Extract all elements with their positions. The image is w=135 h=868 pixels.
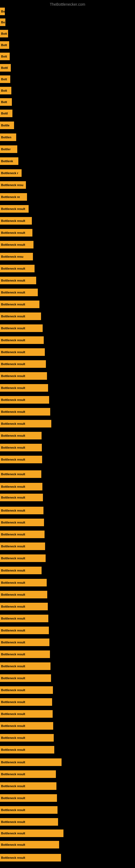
bar-item: Bottleneck result xyxy=(0,615,49,622)
bar-item: Bottleneck result xyxy=(0,241,35,248)
bar-label: Bottleneck result xyxy=(1,374,25,378)
bar-label: Bottleneck result xyxy=(1,231,25,235)
bar-label: Bottleneck result xyxy=(1,219,25,222)
bar-label: Bottleneck result xyxy=(1,773,25,776)
bar-label: Bott xyxy=(1,89,7,92)
bar-label: Bott xyxy=(1,43,7,46)
bar-label: Bott xyxy=(1,100,7,104)
bar-label: Bottleneck r xyxy=(1,172,18,175)
bar-item: Bottleneck result xyxy=(0,794,58,802)
bar-item: Bottleneck result xyxy=(0,360,47,368)
bar-label: Bottleneck result xyxy=(1,339,25,342)
bar-label: Bottleneck result xyxy=(1,593,25,596)
bar-item: Bottleneck result xyxy=(0,396,50,404)
bar-label: Bott xyxy=(1,55,7,58)
bar-label: Bottlenk xyxy=(1,159,13,163)
bar-item: Bottleneck result xyxy=(0,444,43,452)
bar-item: Bottleneck result xyxy=(0,531,46,538)
bar-item: Bottlenk xyxy=(0,157,19,165)
bar-item: Bottleneck result xyxy=(0,542,46,550)
bar-item: Bottleneck result xyxy=(0,420,52,428)
bar-label: Bottleneck result xyxy=(1,521,25,524)
bar-item: Bott xyxy=(0,98,13,106)
bar-item: Bottleneck result xyxy=(0,324,44,332)
bar-item: Bottleneck result xyxy=(0,841,60,848)
bar-label: Bottleneck re xyxy=(1,195,20,198)
bar-item: Bottleneck result xyxy=(0,205,30,213)
bar-label: Bo xyxy=(1,10,5,13)
bar-item: Bottleneck result xyxy=(0,494,44,501)
bar-label: Bottleneck result xyxy=(1,291,25,294)
bar-label: Bottleneck result xyxy=(1,629,25,632)
bar-item: Bottleneck result xyxy=(0,567,43,574)
bar-item: Bott xyxy=(0,87,12,94)
site-title: TheBottlenecker.com xyxy=(0,0,135,8)
bar-label: Bottleneck result xyxy=(1,796,25,800)
bar-label: Bottl xyxy=(1,112,8,115)
bar-label: Bottleneck result xyxy=(1,422,25,425)
bar-label: Bottleneck result xyxy=(1,557,25,560)
bar-label: Bottle xyxy=(1,124,9,127)
bar-item: Bott xyxy=(0,30,9,37)
bar-label: Bottleneck result xyxy=(1,434,25,437)
bar-item: Bott xyxy=(0,75,11,83)
bar-item: Bottleneck result xyxy=(0,818,59,826)
bar-label: Bottleneck result xyxy=(1,267,25,270)
bar-label: Bottleneck result xyxy=(1,327,25,330)
bar-label: Bottleneck result xyxy=(1,856,25,859)
bar-item: Bottleneck result xyxy=(0,591,48,598)
bar-item: Bottl xyxy=(0,64,12,72)
bar-label: Bo xyxy=(1,21,5,24)
bar-label: Bottleneck result xyxy=(1,736,25,739)
bar-item: Bottleneck result xyxy=(0,312,42,320)
bar-item: Bottleneck result xyxy=(0,686,54,694)
bar-item: Bottleneck result xyxy=(0,554,47,562)
bar-item: Bottleneck result xyxy=(0,603,49,610)
bar-label: Bottleneck result xyxy=(1,748,25,751)
bar-item: Bottleneck result xyxy=(0,348,46,356)
bar-label: Bottleneck result xyxy=(1,386,25,390)
bar-label: Bottleneck result xyxy=(1,677,25,680)
bar-item: Bottleneck result xyxy=(0,277,37,284)
bar-item: Bottleneck result xyxy=(0,289,39,296)
bar-item: Bottleneck result xyxy=(0,734,55,742)
bar-label: Bottleneck result xyxy=(1,243,25,246)
bar-label: Bottleneck result xyxy=(1,820,25,824)
bar-item: Bottleneck result xyxy=(0,217,33,225)
bar-label: Bottl xyxy=(1,66,8,69)
bar-label: Bottleneck result xyxy=(1,315,25,318)
bar-label: Bottleneck result xyxy=(1,472,25,476)
bar-item: Bottleneck result xyxy=(0,384,49,392)
bar-item: Bottleneck result xyxy=(0,758,63,766)
bar-item: Bottleneck result xyxy=(0,336,45,344)
bar-label: Bottleneck result xyxy=(1,509,25,512)
bar-label: Bottleneck result xyxy=(1,605,25,608)
bar-item: Bottleneck resu xyxy=(0,181,27,189)
bar-item: Bottleneck result xyxy=(0,782,57,790)
bar-label: Bottleneck resu xyxy=(1,183,24,187)
bar-item: Bottleneck result xyxy=(0,408,51,415)
bar-label: Bottleneck result xyxy=(1,688,25,692)
bar-item: Bottleneck result xyxy=(0,301,41,308)
bar-item: Bottleneck result xyxy=(0,432,43,439)
bar-item: Bottleneck result xyxy=(0,579,48,586)
bar-item: Bottlen xyxy=(0,133,17,141)
bar-label: Bottleneck result xyxy=(1,617,25,620)
bar-item: Bottleneck result xyxy=(0,662,52,670)
bar-item: Bottleneck result xyxy=(0,483,43,490)
bar-item: Bottleneck result xyxy=(0,746,55,753)
bar-item: Bottleneck result xyxy=(0,519,45,526)
bar-label: Bottleneck result xyxy=(1,641,25,644)
bar-label: Bottleneck result xyxy=(1,701,25,704)
bar-item: Bottleneck result xyxy=(0,372,48,380)
bar-item: Bottl xyxy=(0,110,13,117)
bar-label: Bottleneck result xyxy=(1,784,25,788)
bar-item: Bottleneck re xyxy=(0,193,28,201)
bar-item: Bottleneck result xyxy=(0,830,64,837)
bar-label: Bottleneck result xyxy=(1,207,25,211)
bar-label: Bottleneck result xyxy=(1,279,25,282)
bar-label: Bottleneck result xyxy=(1,653,25,656)
bar-item: Bottleneck result xyxy=(0,806,58,814)
bar-label: Bottleneck result xyxy=(1,712,25,716)
bar-label: Bottleneck result xyxy=(1,458,25,461)
